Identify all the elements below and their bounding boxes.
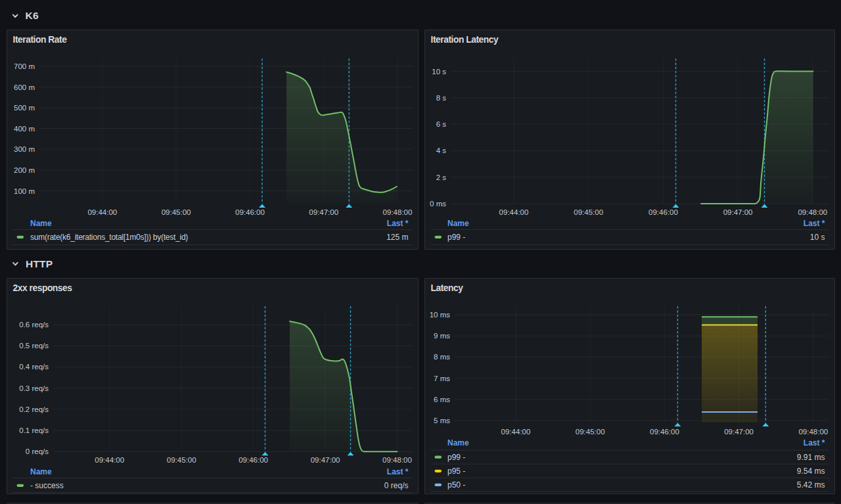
svg-text:10 s: 10 s xyxy=(810,233,825,242)
svg-text:09:47:00: 09:47:00 xyxy=(311,456,340,464)
svg-text:Last *: Last * xyxy=(804,438,825,447)
svg-text:6 s: 6 s xyxy=(436,120,447,128)
svg-text:6 ms: 6 ms xyxy=(434,396,450,403)
svg-text:5 ms: 5 ms xyxy=(434,417,450,424)
svg-text:Name: Name xyxy=(447,438,469,447)
svg-text:0.6 req/s: 0.6 req/s xyxy=(19,321,49,329)
svg-text:- success: - success xyxy=(30,481,64,490)
svg-text:600 m: 600 m xyxy=(14,83,35,91)
svg-text:8 s: 8 s xyxy=(436,94,447,102)
svg-text:09:44:00: 09:44:00 xyxy=(95,456,124,464)
svg-text:09:48:00: 09:48:00 xyxy=(798,208,827,216)
svg-text:09:47:00: 09:47:00 xyxy=(724,428,754,436)
svg-text:09:46:00: 09:46:00 xyxy=(235,208,265,216)
svg-text:10 s: 10 s xyxy=(432,68,446,76)
svg-text:200 m: 200 m xyxy=(14,166,35,174)
svg-text:100 m: 100 m xyxy=(14,187,35,195)
svg-text:09:44:00: 09:44:00 xyxy=(501,428,531,436)
svg-text:09:46:00: 09:46:00 xyxy=(239,456,268,464)
svg-text:Name: Name xyxy=(30,219,52,228)
svg-text:09:48:00: 09:48:00 xyxy=(382,456,412,464)
svg-text:0.5 req/s: 0.5 req/s xyxy=(19,342,49,350)
svg-text:7 ms: 7 ms xyxy=(434,375,450,382)
svg-text:Name: Name xyxy=(30,467,52,476)
svg-text:125 m: 125 m xyxy=(386,233,408,242)
svg-text:09:46:00: 09:46:00 xyxy=(648,208,678,216)
svg-text:0.1 req/s: 0.1 req/s xyxy=(19,426,49,434)
svg-text:10 ms: 10 ms xyxy=(430,311,451,319)
svg-text:09:47:00: 09:47:00 xyxy=(723,208,753,216)
svg-text:5.42 ms: 5.42 ms xyxy=(797,480,825,490)
svg-text:p50 -: p50 - xyxy=(447,480,465,490)
svg-text:09:44:00: 09:44:00 xyxy=(499,208,529,216)
svg-text:0.3 req/s: 0.3 req/s xyxy=(19,384,49,392)
svg-text:9 ms: 9 ms xyxy=(434,332,450,340)
svg-text:p99 -: p99 - xyxy=(447,233,465,242)
svg-text:500 m: 500 m xyxy=(14,104,35,112)
svg-text:09:44:00: 09:44:00 xyxy=(87,208,117,216)
svg-text:0.4 req/s: 0.4 req/s xyxy=(19,363,49,371)
svg-text:sum(rate(k6_iterations_total[1: sum(rate(k6_iterations_total[1m0s])) by(… xyxy=(30,233,188,242)
svg-text:4 s: 4 s xyxy=(436,147,447,154)
svg-text:09:48:00: 09:48:00 xyxy=(383,208,413,216)
svg-text:0.2 req/s: 0.2 req/s xyxy=(19,405,49,413)
svg-text:Last *: Last * xyxy=(804,219,825,228)
svg-text:p99 -: p99 - xyxy=(447,453,465,462)
svg-text:2 s: 2 s xyxy=(436,173,447,181)
svg-text:Name: Name xyxy=(447,219,469,228)
svg-text:9.54 ms: 9.54 ms xyxy=(797,467,825,476)
svg-text:0 req/s: 0 req/s xyxy=(384,481,409,490)
svg-text:700 m: 700 m xyxy=(14,62,35,70)
svg-text:09:47:00: 09:47:00 xyxy=(309,208,338,216)
svg-text:Last *: Last * xyxy=(387,467,409,476)
svg-text:p95 -: p95 - xyxy=(447,467,465,476)
svg-text:09:48:00: 09:48:00 xyxy=(798,428,828,436)
svg-text:9.91 ms: 9.91 ms xyxy=(797,453,825,462)
svg-text:09:45:00: 09:45:00 xyxy=(162,208,191,216)
svg-text:09:45:00: 09:45:00 xyxy=(576,428,605,436)
svg-text:Last *: Last * xyxy=(387,219,409,228)
svg-text:8 ms: 8 ms xyxy=(434,353,450,361)
svg-text:09:46:00: 09:46:00 xyxy=(650,428,679,436)
svg-text:0 req/s: 0 req/s xyxy=(26,447,49,455)
svg-text:400 m: 400 m xyxy=(14,125,35,133)
svg-text:300 m: 300 m xyxy=(14,145,35,153)
svg-text:09:45:00: 09:45:00 xyxy=(574,208,603,216)
svg-text:09:45:00: 09:45:00 xyxy=(167,456,196,464)
svg-text:0 ms: 0 ms xyxy=(430,200,446,208)
